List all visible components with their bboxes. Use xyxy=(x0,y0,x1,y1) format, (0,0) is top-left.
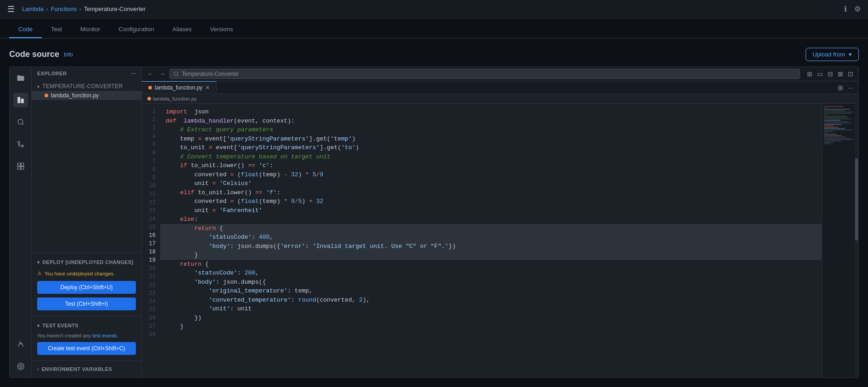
svg-point-10 xyxy=(20,365,22,367)
minimap-line-3 xyxy=(824,109,850,110)
sidebar-icon-explorer[interactable] xyxy=(13,71,28,85)
settings-icon[interactable]: ⚙ xyxy=(854,5,861,13)
info-badge[interactable]: Info xyxy=(64,51,73,58)
layout-icon-3[interactable]: ⊠ xyxy=(836,69,845,79)
env-section-header[interactable]: › ENVIRONMENT VARIABLES xyxy=(32,364,141,375)
code-line-8: # Convert temperature based on target un… xyxy=(160,152,822,162)
sidebar-icon-git[interactable] xyxy=(13,137,28,151)
deploy-button[interactable]: Deploy (Ctrl+Shift+U) xyxy=(37,281,136,294)
ln-13: 13 xyxy=(142,207,160,215)
minimap-line-15 xyxy=(824,125,834,126)
code-line-4: # Extract query parameters xyxy=(160,125,822,135)
ln-1: 1 xyxy=(142,107,160,116)
create-test-event-button[interactable]: Create test event (Ctrl+Shift+C) xyxy=(37,342,136,355)
svg-rect-1 xyxy=(21,99,23,103)
file-tab-close-icon[interactable]: ✕ xyxy=(205,84,210,91)
code-line-19: } xyxy=(160,251,822,260)
deploy-warning: ⚠ You have undeployed changes. xyxy=(32,268,141,279)
ln-9: 9 xyxy=(142,174,160,182)
code-line-6: to_unit = event['queryStringParameters']… xyxy=(160,143,822,152)
tab-code[interactable]: Code xyxy=(9,21,42,38)
explorer-more-icon[interactable]: ··· xyxy=(131,71,136,76)
file-breadcrumb: lambda_function.py xyxy=(142,94,858,104)
ln-17: 17 xyxy=(142,240,160,248)
ln-11: 11 xyxy=(142,190,160,198)
forward-button[interactable]: → xyxy=(157,69,168,79)
breadcrumb-lambda[interactable]: Lambda xyxy=(22,6,44,12)
search-placeholder-text: Temperature-Converter xyxy=(182,71,239,77)
back-button[interactable]: ← xyxy=(146,69,156,79)
file-breadcrumb-name: lambda_function.py xyxy=(153,96,196,101)
svg-rect-7 xyxy=(21,163,23,166)
minimap: T xyxy=(822,104,858,377)
layout-icon-1[interactable]: ▭ xyxy=(816,69,824,79)
test-button[interactable]: Test (Ctrl+Shift+I) xyxy=(37,297,136,310)
ln-16: 16 xyxy=(142,231,160,240)
more-icon[interactable]: ··· xyxy=(846,83,855,93)
code-line-23: 'body': json.dumps({ xyxy=(160,278,822,287)
tab-monitor[interactable]: Monitor xyxy=(71,21,109,38)
editor-container: Explorer ··· ▾ TEMPERATURE-CONVERTER lam… xyxy=(9,67,859,378)
upload-from-button[interactable]: Upload from ▾ xyxy=(806,48,859,61)
hamburger-icon[interactable]: ☰ xyxy=(7,4,15,14)
sidebar-icon-extensions[interactable] xyxy=(13,159,28,174)
file-item-lambda[interactable]: lambda_function.py xyxy=(32,91,141,100)
sidebar-icons xyxy=(10,67,32,377)
layout-icon-2[interactable]: ⊟ xyxy=(826,69,834,79)
tab-versions[interactable]: Versions xyxy=(201,21,242,38)
code-line-26: 'unit': unit xyxy=(160,304,822,314)
code-line-5: temp = event['queryStringParameters'].ge… xyxy=(160,135,822,144)
file-tab-lambda[interactable]: lambda_function.py ✕ xyxy=(142,81,217,94)
minimap-scrollbar-thumb[interactable] xyxy=(855,158,858,241)
minimap-line-2 xyxy=(824,107,827,108)
minimap-line-4 xyxy=(824,110,845,111)
info-icon[interactable]: ℹ xyxy=(844,5,847,13)
code-line-12: elif to_unit.lower() == 'f': xyxy=(160,188,822,197)
tab-aliases[interactable]: Aliases xyxy=(163,21,201,38)
env-section: › ENVIRONMENT VARIABLES xyxy=(32,360,141,377)
minimap-line-1 xyxy=(824,106,844,107)
split-editor-icon[interactable]: ⊞ xyxy=(806,69,814,79)
test-events-chevron-icon: ▾ xyxy=(37,323,39,328)
minimap-line-5 xyxy=(824,112,853,112)
top-nav-icons: ℹ ⚙ xyxy=(844,5,861,13)
tab-test[interactable]: Test xyxy=(42,21,71,38)
file-name: lambda_function.py xyxy=(51,92,99,99)
sidebar-icon-search[interactable] xyxy=(13,115,28,129)
code-lines: import json def lambda_handler(event, co… xyxy=(160,104,822,377)
main-content: Code source Info Upload from ▾ xyxy=(0,39,868,387)
minimap-line-19 xyxy=(824,131,834,132)
layout-icon-4[interactable]: ⊡ xyxy=(846,69,855,79)
code-source-title-text: Code source xyxy=(9,50,59,59)
sidebar-icon-files[interactable] xyxy=(13,93,28,107)
tab-configuration[interactable]: Configuration xyxy=(109,21,163,38)
minimap-line-27 xyxy=(824,142,834,143)
minimap-line-10 xyxy=(824,118,851,119)
ln-2: 2 xyxy=(142,116,160,124)
breadcrumb-sep-2: › xyxy=(79,6,81,12)
code-area[interactable]: 1 2 3 4 5 6 7 8 9 10 11 12 13 14 15 16 1 xyxy=(142,104,858,377)
deploy-section-header[interactable]: ▾ DEPLOY [UNDEPLOYED CHANGES] xyxy=(32,257,141,268)
code-line-16: return { xyxy=(160,224,822,233)
code-line-13: converted = (float(temp) * 9/5) + 32 xyxy=(160,197,822,206)
sidebar-icon-settings[interactable] xyxy=(13,359,28,374)
code-line-14: unit = 'Fahrenheit' xyxy=(160,206,822,215)
toolbar-right-icons: ⊞ ▭ ⊟ ⊠ ⊡ xyxy=(806,69,855,79)
code-line-11: unit = 'Celsius' xyxy=(160,179,822,188)
minimap-content xyxy=(822,104,858,146)
code-line-10: converted = (float(temp) - 32) * 5/9 xyxy=(160,170,822,179)
split-icon[interactable]: ⊞ xyxy=(836,83,845,93)
svg-point-11 xyxy=(174,72,178,76)
ln-12: 12 xyxy=(142,198,160,207)
test-events-header[interactable]: ▾ TEST EVENTS xyxy=(32,320,141,331)
folder-item-temperature-converter[interactable]: ▾ TEMPERATURE-CONVERTER xyxy=(32,82,141,91)
sidebar-icon-lambda[interactable] xyxy=(13,337,28,352)
test-events-link[interactable]: test events. xyxy=(92,333,118,338)
editor-search-bar[interactable]: Temperature-Converter xyxy=(169,69,800,79)
breadcrumb-sep-1: › xyxy=(46,6,48,12)
minimap-line-12 xyxy=(824,121,848,122)
minimap-line-22 xyxy=(824,135,842,136)
minimap-scrollbar[interactable] xyxy=(855,104,858,377)
minimap-line-14 xyxy=(824,124,842,125)
breadcrumb-functions[interactable]: Functions xyxy=(51,6,77,12)
